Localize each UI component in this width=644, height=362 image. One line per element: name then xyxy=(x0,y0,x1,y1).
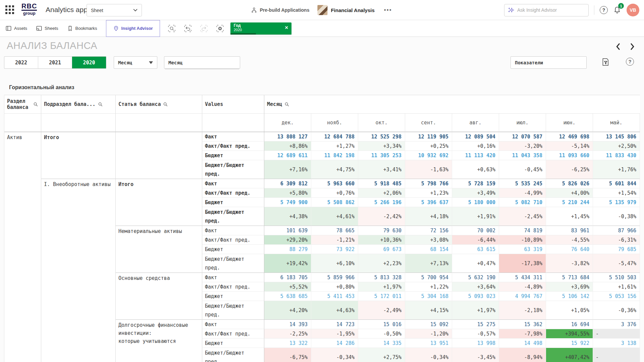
value-row-label[interactable]: Факт/Факт пред. xyxy=(202,282,264,292)
filter-chip-year[interactable]: Год 2020 ✕ xyxy=(230,22,291,35)
year-button-2022[interactable]: 2022 xyxy=(4,57,38,68)
value-row-label[interactable]: Бюджет xyxy=(202,339,264,348)
row-header-razdel[interactable]: Актив xyxy=(4,132,41,362)
value-row-label[interactable]: Факт xyxy=(202,273,264,282)
tab-sheets[interactable]: Sheets xyxy=(36,25,58,32)
qlik-app-window: RBC group Analytics app Sheet Pre-build … xyxy=(0,0,644,362)
app-launcher-icon[interactable] xyxy=(5,5,15,15)
row-header-statya[interactable]: Нематериальные активы xyxy=(116,226,202,273)
export-filter-icon[interactable] xyxy=(601,58,609,66)
rbc-group-logo[interactable]: RBC group xyxy=(21,3,37,15)
tab-assets[interactable]: Assets xyxy=(5,25,27,32)
month-column-header[interactable]: нояб. xyxy=(311,114,358,132)
table-cell: 72 156 xyxy=(405,226,452,235)
month-column-header[interactable]: дек. xyxy=(264,114,311,132)
month-dimension-header[interactable]: Месяц xyxy=(264,95,640,114)
more-menu-icon[interactable]: ••• xyxy=(383,7,393,13)
row-header-statya[interactable]: Долгосрочные финансовые инвестиции: кото… xyxy=(116,320,202,362)
chip-field: Год xyxy=(234,23,289,28)
table-cell: 5 266 196 xyxy=(358,198,405,207)
prebuild-applications-link[interactable]: Pre-build Applications xyxy=(251,7,309,13)
month-column-header[interactable]: авг. xyxy=(452,114,499,132)
tab-insight-advisor[interactable]: Insight Advisor xyxy=(106,20,160,37)
dropdown-arrow-icon xyxy=(149,61,153,64)
value-row-label[interactable]: Бюджет/Бюджет пред. xyxy=(202,301,264,320)
table-cell: -7,98% xyxy=(499,329,546,339)
month-dropdown[interactable]: Месяц xyxy=(114,56,157,69)
table-cell: 12 119 905 xyxy=(405,132,452,141)
value-row-label[interactable]: Факт/Факт пред. xyxy=(202,188,264,198)
value-row-label[interactable]: Бюджет xyxy=(202,151,264,160)
value-row-label[interactable]: Факт/Факт пред. xyxy=(202,141,264,151)
value-row-label[interactable]: Бюджет xyxy=(202,198,264,207)
value-row-label[interactable]: Бюджет/Бюджет пред. xyxy=(202,160,264,179)
column-header-3[interactable]: Статья баланса xyxy=(116,95,202,114)
indicators-label: Показатели xyxy=(515,60,543,65)
sheets-icon xyxy=(36,25,42,32)
table-cell: -1,95% xyxy=(311,329,358,339)
clear-selections-icon[interactable] xyxy=(216,24,224,33)
table-cell: -0,34% xyxy=(311,348,358,362)
value-row-label[interactable]: Бюджет/Бюджет пред. xyxy=(202,348,264,362)
month-column-header[interactable]: сент. xyxy=(405,114,452,132)
value-row-label[interactable]: Факт/Факт пред. xyxy=(202,329,264,339)
value-row-label[interactable]: Бюджет xyxy=(202,245,264,254)
sheet-help-icon[interactable]: ? xyxy=(626,58,634,66)
smart-search-icon[interactable] xyxy=(167,24,176,33)
table-cell: 6 183 705 xyxy=(264,273,311,282)
search-icon[interactable] xyxy=(33,102,38,107)
table-cell: -8,94% xyxy=(499,348,546,362)
column-header-2[interactable]: Подраздел бала... xyxy=(41,95,116,114)
value-row-label[interactable]: Факт xyxy=(202,132,264,141)
next-sheet-icon[interactable] xyxy=(630,43,635,50)
table-cell: -6,75% xyxy=(264,348,311,362)
sheet-selector-dropdown[interactable]: Sheet xyxy=(87,4,142,16)
value-row-label[interactable]: Факт xyxy=(202,179,264,188)
value-row-label[interactable]: Факт xyxy=(202,320,264,329)
month-column-header[interactable]: окт. xyxy=(358,114,405,132)
undo-selection-icon[interactable] xyxy=(183,24,192,33)
search-icon[interactable] xyxy=(98,102,103,107)
month-column-header[interactable]: май. xyxy=(593,114,640,132)
row-header-statya[interactable]: Основные средства xyxy=(116,273,202,320)
tab-bookmarks[interactable]: Bookmarks xyxy=(67,25,97,32)
indicators-listbox[interactable]: Показатели xyxy=(511,56,587,69)
year-button-2021[interactable]: 2021 xyxy=(38,57,72,68)
value-row-label[interactable]: Факт xyxy=(202,226,264,235)
year-button-2020-selected[interactable]: 2020 xyxy=(72,57,106,68)
table-cell: 6 309 812 xyxy=(264,179,311,188)
value-row-label[interactable]: Факт/Факт пред. xyxy=(202,235,264,245)
value-row-label[interactable]: Бюджет/Бюджет пред. xyxy=(202,254,264,273)
chip-close-icon[interactable]: ✕ xyxy=(285,25,288,30)
column-header-4[interactable]: Values xyxy=(202,95,264,114)
prev-sheet-icon[interactable] xyxy=(615,43,621,50)
table-cell: +1,54% xyxy=(593,188,640,198)
search-icon[interactable] xyxy=(284,102,289,107)
table-cell: 13 951 xyxy=(405,339,452,348)
row-header-statya[interactable]: Итого xyxy=(116,179,202,226)
value-row-label[interactable]: Бюджет xyxy=(202,292,264,301)
search-input[interactable] xyxy=(517,7,585,13)
table-cell: 14 286 xyxy=(311,339,358,348)
assets-icon xyxy=(5,25,12,32)
user-avatar[interactable]: VB xyxy=(627,4,639,16)
table-cell: 69 673 xyxy=(358,245,405,254)
month-column-header[interactable]: июн. xyxy=(546,114,593,132)
column-header-1[interactable]: Раздел баланса xyxy=(4,95,41,114)
row-header-podrazdel[interactable]: I. Внеоборотные активы xyxy=(41,179,116,362)
table-cell: 5 632 190 xyxy=(452,273,499,282)
logo-text: RBC xyxy=(21,3,37,11)
row-header-statya[interactable] xyxy=(116,132,202,179)
help-icon[interactable]: ? xyxy=(600,6,608,14)
month-listbox[interactable]: Месяц xyxy=(164,56,240,69)
app-thumbnail xyxy=(317,5,327,15)
insight-advisor-search[interactable] xyxy=(504,4,589,16)
notifications-button[interactable]: 1 xyxy=(613,5,621,15)
row-header-podrazdel[interactable]: Итого xyxy=(41,132,116,179)
search-icon[interactable] xyxy=(163,102,168,107)
current-app[interactable]: Financial Analysis xyxy=(317,5,374,15)
value-row-label[interactable]: Бюджет/Бюджет пред. xyxy=(202,207,264,226)
month-column-header[interactable]: июл. xyxy=(499,114,546,132)
table-cell: 13 808 127 xyxy=(264,132,311,141)
redo-selection-icon[interactable] xyxy=(200,24,208,33)
